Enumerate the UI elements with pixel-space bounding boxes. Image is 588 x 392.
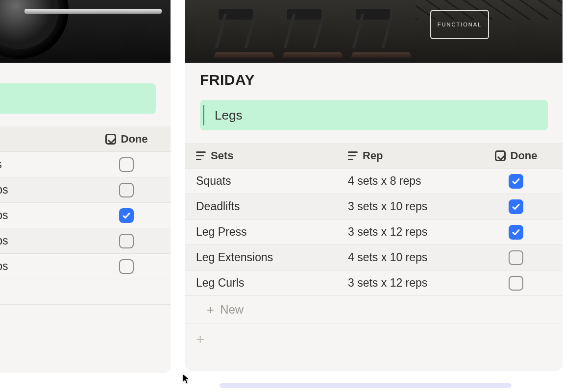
col-rep-right[interactable]: Rep — [337, 149, 469, 162]
tag-label-right: Legs — [215, 108, 242, 123]
table-row[interactable]: x 10 reps — [0, 228, 171, 254]
cell-done — [82, 259, 171, 274]
cell-rep[interactable]: x 10 reps — [0, 183, 82, 196]
rep-value: 3 sets x 12 reps — [348, 225, 427, 239]
cell-rep[interactable]: 4 sets x 10 reps — [337, 251, 469, 264]
cell-exercise[interactable]: Deadlifts — [185, 200, 337, 213]
table-row[interactable]: x 12 reps — [0, 203, 171, 228]
new-row-label: New — [220, 303, 244, 317]
cell-done — [82, 208, 171, 223]
table-row[interactable]: Deadlifts3 sets x 10 reps — [185, 194, 563, 220]
exercise-name: Leg Extensions — [196, 251, 273, 264]
table-left: p Done x 8 repsx 10 repsx 12 repsx 10 re… — [0, 126, 171, 305]
rep-value: x 8 reps — [0, 158, 2, 171]
checkbox[interactable] — [509, 276, 523, 291]
rep-value: 3 sets x 10 reps — [348, 200, 427, 213]
table-row[interactable]: Leg Press3 sets x 12 reps — [185, 220, 563, 245]
table-header-right: Sets Rep Done — [185, 143, 563, 169]
add-section-button[interactable]: + — [185, 323, 563, 356]
plus-icon: + — [207, 303, 214, 316]
table-row[interactable]: Leg Curls3 sets x 12 reps — [185, 270, 563, 296]
card-header-left — [0, 63, 171, 75]
checkbox[interactable] — [119, 259, 134, 274]
col-sets-label-right: Sets — [211, 149, 233, 162]
cell-exercise[interactable]: Leg Curls — [185, 276, 337, 290]
rep-value: x 10 reps — [0, 234, 8, 247]
col-done-left[interactable]: Done — [82, 133, 171, 146]
cell-exercise[interactable]: Leg Extensions — [185, 251, 337, 264]
exercise-name: Squats — [196, 174, 231, 188]
rep-value: 4 sets x 10 reps — [348, 251, 427, 264]
cell-rep[interactable]: x 12 reps — [0, 209, 82, 222]
cell-rep[interactable]: 3 sets x 12 reps — [337, 225, 469, 239]
card-header-right: FRIDAY — [185, 63, 563, 92]
table-header-left: p Done — [0, 126, 171, 152]
cell-rep[interactable]: x 10 reps — [0, 234, 82, 247]
cell-rep[interactable]: 3 sets x 10 reps — [337, 200, 469, 213]
checkbox[interactable] — [119, 208, 134, 223]
col-sets-right[interactable]: Sets — [185, 149, 337, 162]
rep-value: x 12 reps — [0, 260, 8, 273]
cell-done — [469, 276, 563, 291]
cell-done — [469, 225, 563, 240]
cell-rep[interactable]: x 8 reps — [0, 158, 82, 171]
day-title-right: FRIDAY — [200, 72, 548, 88]
empty-row-left — [0, 279, 171, 305]
col-rep-left[interactable]: p — [0, 133, 82, 146]
rep-value: x 10 reps — [0, 183, 8, 196]
checkbox[interactable] — [509, 174, 523, 189]
cover-sign: FUNCTIONAL — [430, 10, 489, 39]
tag-pill-left[interactable] — [0, 83, 156, 114]
horizontal-scrollbar[interactable] — [220, 383, 512, 388]
cell-exercise[interactable]: Squats — [185, 174, 337, 188]
cell-done — [82, 234, 171, 248]
mouse-cursor-icon — [182, 373, 190, 384]
cell-rep[interactable]: 4 sets x 8 reps — [337, 174, 469, 188]
table-row[interactable]: x 8 reps — [0, 152, 171, 177]
checkbox[interactable] — [509, 225, 523, 240]
checkbox[interactable] — [509, 250, 523, 265]
col-done-right[interactable]: Done — [469, 149, 563, 162]
table-row[interactable]: x 10 reps — [0, 177, 171, 203]
rep-value: x 12 reps — [0, 209, 8, 222]
col-done-label-right: Done — [511, 149, 538, 162]
cell-rep[interactable]: x 12 reps — [0, 260, 82, 273]
cell-done — [469, 250, 563, 265]
cell-exercise[interactable]: Leg Press — [185, 225, 337, 239]
checkbox-header-icon — [105, 134, 116, 145]
cell-done — [82, 183, 171, 197]
checkbox[interactable] — [119, 234, 134, 248]
plus-icon: + — [196, 331, 205, 347]
table-row[interactable]: x 12 reps — [0, 254, 171, 279]
tag-pill-right[interactable]: Legs — [200, 100, 548, 130]
text-column-icon — [196, 151, 206, 160]
table-row[interactable]: Squats4 sets x 8 reps — [185, 169, 563, 194]
col-done-label-left: Done — [121, 133, 148, 146]
rep-value: 4 sets x 8 reps — [348, 174, 421, 188]
text-column-icon — [348, 151, 358, 160]
col-rep-label-right: Rep — [363, 149, 383, 162]
checkbox[interactable] — [509, 199, 523, 214]
rep-value: 3 sets x 12 reps — [348, 276, 427, 290]
cell-done — [469, 199, 563, 214]
table-row[interactable]: Leg Extensions4 sets x 10 reps — [185, 245, 563, 270]
cover-image-right: FUNCTIONAL — [185, 0, 563, 63]
cover-image-left — [0, 0, 171, 63]
checkbox[interactable] — [119, 183, 134, 197]
workout-card-left: p Done x 8 repsx 10 repsx 12 repsx 10 re… — [0, 0, 171, 372]
workout-card-friday: FUNCTIONAL FRIDAY Legs Sets Rep Done — [185, 0, 563, 370]
exercise-name: Leg Curls — [196, 276, 244, 290]
table-right: Sets Rep Done Squats4 sets x 8 repsDeadl… — [185, 143, 563, 323]
checkbox-header-icon — [495, 150, 506, 161]
cell-rep[interactable]: 3 sets x 12 reps — [337, 276, 469, 290]
new-row-button[interactable]: + New — [185, 296, 563, 323]
exercise-name: Leg Press — [196, 225, 247, 239]
checkbox[interactable] — [119, 157, 134, 172]
cell-done — [469, 174, 563, 189]
cell-done — [82, 157, 171, 172]
exercise-name: Deadlifts — [196, 200, 240, 213]
